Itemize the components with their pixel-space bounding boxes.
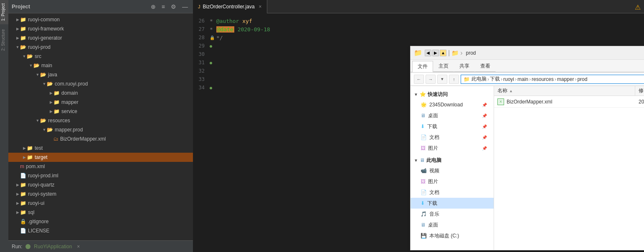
tree-label: ruoyi-prod.iml (28, 173, 58, 179)
sidebar-item-docs[interactable]: 📄 文档 📌 (411, 132, 494, 143)
nav-forward-icon: ▶ (432, 50, 439, 56)
tree-item-ruoyi-ui[interactable]: ▶ 📁 ruoyi-ui (8, 199, 193, 208)
path-ruoyi[interactable]: ruoyi (503, 76, 514, 82)
tree-arrow: ▶ (22, 155, 27, 159)
col-name-header[interactable]: 名称 ▲ (494, 86, 635, 96)
side-tab-structure[interactable]: 2: Structure (0, 26, 8, 54)
this-pc-header[interactable]: ▼ 🖥 此电脑 (411, 155, 494, 165)
side-tab-project[interactable]: 1: Project (0, 0, 8, 24)
tree-item-resources[interactable]: ▼ 📂 resources (8, 116, 193, 125)
line-content: * @date 2020-09-18 (210, 26, 270, 33)
sidebar-item-local-disk[interactable]: 💾 本地磁盘 (C:) (411, 230, 494, 241)
folder-nav-icon: 📁 (451, 50, 459, 56)
tree-item-sql[interactable]: ▶ 📁 sql (8, 208, 193, 217)
quick-access-header[interactable]: ▼ ⭐ 快速访问 (411, 89, 494, 99)
item-label: 2345Download (429, 102, 463, 108)
pin-icon: 📌 (482, 124, 487, 129)
folder-open-icon: 📂 (47, 81, 53, 87)
addr-dropdown-btn[interactable]: ▾ (437, 75, 447, 84)
tab-label: BizOrderController.java (203, 4, 255, 10)
col-date-header[interactable]: 修改日期 (635, 86, 644, 96)
tree-item-mapper[interactable]: ▶ 📁 mapper (8, 98, 193, 107)
addr-up-btn[interactable]: ↑ (449, 75, 459, 84)
tree-item-pom-xml[interactable]: ▶ m pom.xml (8, 162, 193, 171)
ribbon-tab-home[interactable]: 主页 (433, 60, 454, 72)
addr-forward-btn[interactable]: → (426, 75, 436, 84)
tree-arrow: ▼ (35, 73, 40, 77)
tree-item-gitignore[interactable]: ▶ 🔒 .gitignore (8, 217, 193, 226)
download-folder-icon: 🌟 (421, 102, 427, 108)
run-app-label[interactable]: RuoYiApplication (34, 244, 72, 249)
ribbon-tab-share[interactable]: 共享 (454, 60, 475, 72)
addr-back-btn[interactable]: ← (414, 75, 424, 84)
tab-close-icon[interactable]: × (259, 4, 262, 10)
tree-label: ruoyi-framework (28, 26, 64, 32)
path-pc[interactable]: 此电脑 (472, 76, 487, 83)
tree-item-java[interactable]: ▼ 📂 java (8, 70, 193, 79)
license-icon: 📄 (20, 228, 26, 234)
pc-icon: 🖥 (420, 157, 425, 163)
file-row-biz-order-mapper[interactable]: X BizOrderMapper.xml 2020-09-18 16:59 XM… (494, 96, 644, 108)
folder-icon: 📁 (20, 35, 26, 41)
sidebar-item-pc-docs[interactable]: 📄 文档 (411, 187, 494, 198)
code-line: 27 * @date 2020-09-18 (193, 25, 644, 33)
pom-icon: m (20, 164, 24, 169)
tree-item-ruoyi-common[interactable]: ▶ 📁 ruoyi-common (8, 15, 193, 24)
sidebar-item-video[interactable]: 📹 视频 (411, 165, 494, 176)
path-resources[interactable]: resources (532, 76, 554, 82)
tree-item-license[interactable]: ▶ 📄 LICENSE (8, 226, 193, 235)
tree-item-src[interactable]: ▼ 📂 src (8, 52, 193, 61)
tree-item-ruoyi-quartz[interactable]: ▶ 📁 ruoyi-quartz (8, 180, 193, 189)
tree-item-ruoyi-framework[interactable]: ▶ 📁 ruoyi-framework (8, 24, 193, 33)
xml-file-icon: X (497, 98, 504, 105)
sidebar-item-music[interactable]: 🎵 音乐 (411, 209, 494, 219)
folder-open-icon: 📂 (40, 72, 46, 78)
sidebar-item-images[interactable]: 🖼 图片 📌 (411, 143, 494, 154)
item-label: 下载 (427, 123, 437, 130)
ribbon-tab-file[interactable]: 文件 (412, 61, 433, 72)
folder-icon: 📁 (20, 209, 26, 215)
tree-arrow: ▶ (48, 91, 53, 95)
code-tab-biz-order-controller[interactable]: J BizOrderController.java × (193, 0, 267, 13)
sidebar-item-pc-downloads[interactable]: ⬇ 下载 (411, 198, 494, 209)
path-mapper[interactable]: mapper (557, 76, 574, 82)
sidebar-item-downloads[interactable]: ⬇ 下载 📌 (411, 121, 494, 132)
item-label: 下载 (427, 200, 437, 207)
ribbon-tab-view[interactable]: 查看 (475, 60, 496, 72)
addr-path[interactable]: 📁 此电脑 › 下载 › ruoyi › main › resources › … (461, 75, 644, 84)
tree-label: mapper.prod (55, 127, 83, 133)
path-download[interactable]: 下载 (490, 76, 500, 83)
tree-label: mapper (61, 99, 79, 105)
path-prod[interactable]: prod (577, 76, 587, 82)
sidebar-item-pc-desktop[interactable]: 🖥 桌面 (411, 219, 494, 230)
tree-item-target[interactable]: ▶ 📁 target (8, 153, 193, 162)
tree-item-ruoyi-prod[interactable]: ▼ 📂 ruoyi-prod (8, 43, 193, 52)
tree-item-domain[interactable]: ▶ 📁 domain (8, 88, 193, 98)
sidebar-item-desktop[interactable]: 🖥 桌面 📌 (411, 110, 494, 121)
folder-icon: 📁 (20, 17, 26, 23)
tree-item-main[interactable]: ▼ 📂 main (8, 61, 193, 70)
tree-item-ruoyi-system[interactable]: ▶ 📁 ruoyi-system (8, 189, 193, 199)
tree-item-mapper-prod[interactable]: ▼ 📂 mapper.prod (8, 125, 193, 134)
tree-item-service[interactable]: ▶ 📁 service (8, 107, 193, 116)
header-globe-icon[interactable]: ⊕ (149, 3, 157, 11)
run-close-icon[interactable]: × (77, 244, 80, 249)
header-menu-icon[interactable]: ≡ (160, 3, 167, 11)
tree-item-com-ruoyi-prod[interactable]: ▼ 📂 com.ruoyi.prod (8, 79, 193, 88)
header-minimize-icon[interactable]: — (180, 3, 190, 11)
tree-item-biz-order-mapper-xml[interactable]: ▶ 🗂 BizOrderMapper.xml (8, 134, 193, 144)
tree-item-ruoyi-prod-iml[interactable]: ▶ 📄 ruoyi-prod.iml (8, 171, 193, 180)
tree-label: resources (48, 118, 70, 123)
header-gear-icon[interactable]: ⚙ (169, 3, 178, 11)
tree-item-ruoyi-generator[interactable]: ▶ 📁 ruoyi-generator (8, 33, 193, 43)
sidebar-item-pc-images[interactable]: 🖼 图片 (411, 176, 494, 187)
gitignore-icon: 🔒 (20, 219, 26, 224)
tree-item-test[interactable]: ▶ 📁 test (8, 144, 193, 153)
sidebar-item-2345download[interactable]: 🌟 2345Download 📌 (411, 99, 494, 110)
folder-icon: 📁 (20, 182, 26, 188)
pin-icon: 📌 (482, 146, 487, 151)
path-main[interactable]: main (517, 76, 528, 82)
folder-open-icon: 📂 (20, 44, 26, 50)
fe-content: 名称 ▲ 修改日期 类型 大小 (494, 86, 644, 250)
folder-icon: 📁 (53, 108, 60, 114)
